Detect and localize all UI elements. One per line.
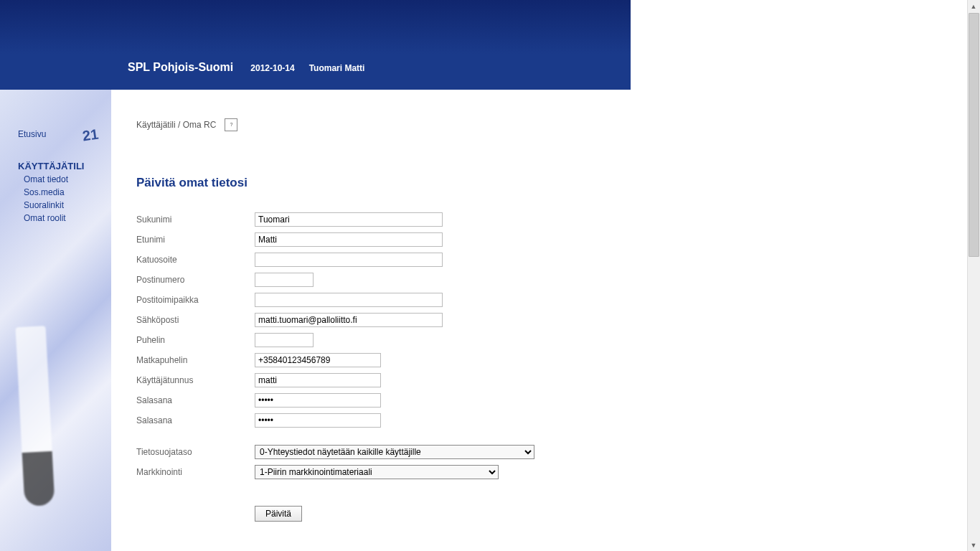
nav-sos-media[interactable]: Sos.media bbox=[24, 187, 111, 197]
label-matkapuhelin: Matkapuhelin bbox=[136, 355, 255, 365]
input-sukunimi[interactable] bbox=[255, 212, 443, 227]
label-puhelin: Puhelin bbox=[136, 335, 255, 345]
header-banner: SPL Pohjois-Suomi 2012-10-14 Tuomari Mat… bbox=[0, 0, 631, 90]
scroll-up-icon[interactable]: ▲ bbox=[968, 0, 979, 12]
help-button[interactable]: ? bbox=[225, 118, 237, 131]
label-tietosuojataso: Tietosuojataso bbox=[136, 447, 255, 457]
input-matkapuhelin[interactable] bbox=[255, 353, 381, 367]
input-katuosoite[interactable] bbox=[255, 253, 443, 267]
label-sukunimi: Sukunimi bbox=[136, 215, 255, 225]
input-postinumero[interactable] bbox=[255, 273, 314, 287]
label-salasana2: Salasana bbox=[136, 415, 255, 425]
page-title: Päivitä omat tietosi bbox=[136, 176, 631, 190]
input-puhelin[interactable] bbox=[255, 333, 314, 347]
sidebar: Etusivu KÄYTTÄJÄTILI Omat tiedot Sos.med… bbox=[0, 90, 111, 551]
label-kayttajatunnus: Käyttäjätunnus bbox=[136, 375, 255, 385]
input-kayttajatunnus[interactable] bbox=[255, 373, 381, 387]
breadcrumb-text: Käyttäjätili / Oma RC bbox=[136, 120, 216, 130]
scroll-thumb[interactable] bbox=[969, 13, 979, 257]
label-postitoimipaikka: Postitoimipaikka bbox=[136, 295, 255, 305]
label-sahkoposti: Sähköposti bbox=[136, 315, 255, 325]
label-markkinointi: Markkinointi bbox=[136, 467, 255, 477]
label-postinumero: Postinumero bbox=[136, 275, 255, 285]
select-markkinointi[interactable]: 1-Piirin markkinointimateriaali bbox=[255, 465, 499, 479]
input-postitoimipaikka[interactable] bbox=[255, 293, 443, 307]
header-user: Tuomari Matti bbox=[309, 63, 365, 73]
scroll-down-icon[interactable]: ▼ bbox=[968, 539, 979, 551]
label-etunimi: Etunimi bbox=[136, 235, 255, 245]
nav-omat-roolit[interactable]: Omat roolit bbox=[24, 213, 111, 223]
submit-button[interactable]: Päivitä bbox=[255, 506, 302, 522]
input-etunimi[interactable] bbox=[255, 232, 443, 247]
input-salasana1[interactable] bbox=[255, 393, 381, 408]
nav-omat-tiedot[interactable]: Omat tiedot bbox=[24, 174, 111, 184]
input-sahkoposti[interactable] bbox=[255, 313, 443, 327]
input-salasana2[interactable] bbox=[255, 413, 381, 428]
nav-suoralinkit[interactable]: Suoralinkit bbox=[24, 200, 111, 210]
site-title: SPL Pohjois-Suomi bbox=[128, 61, 233, 74]
nav-home-link[interactable]: Etusivu bbox=[18, 129, 111, 139]
breadcrumb: Käyttäjätili / Oma RC ? bbox=[136, 118, 631, 131]
vertical-scrollbar[interactable]: ▲ ▼ bbox=[967, 0, 980, 551]
main-content: Käyttäjätili / Oma RC ? Päivitä omat tie… bbox=[111, 90, 631, 551]
select-tietosuojataso[interactable]: 0-Yhteystiedot näytetään kaikille käyttä… bbox=[255, 445, 534, 459]
label-salasana1: Salasana bbox=[136, 395, 255, 405]
label-katuosoite: Katuosoite bbox=[136, 255, 255, 265]
nav-section-user: KÄYTTÄJÄTILI bbox=[18, 161, 111, 171]
header-date: 2012-10-14 bbox=[250, 63, 294, 73]
